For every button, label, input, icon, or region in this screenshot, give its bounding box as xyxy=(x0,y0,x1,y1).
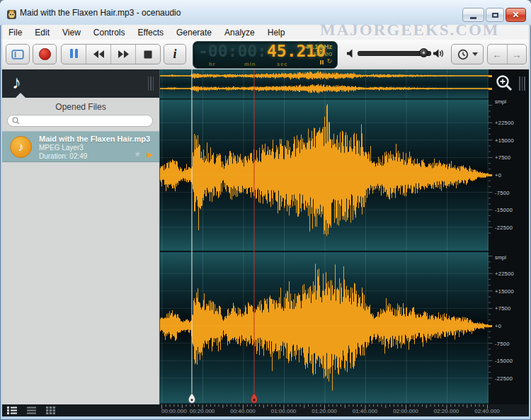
fast-forward-icon xyxy=(118,50,130,59)
nav-back-button[interactable]: ← xyxy=(488,45,507,64)
zero-line-nub xyxy=(489,174,492,176)
app-icon xyxy=(6,9,17,20)
close-icon: ✕ xyxy=(512,11,519,19)
stop-icon xyxy=(144,50,152,59)
file-duration: Duration: 02:49 xyxy=(39,152,87,160)
scale-label: +7500 xyxy=(495,154,511,161)
navigation-group: ← → xyxy=(487,44,527,64)
fast-forward-button[interactable] xyxy=(110,45,135,64)
channel-mode-label: stereo xyxy=(305,50,332,57)
waveform-canvas[interactable] xyxy=(160,69,489,404)
scale-label: +15000 xyxy=(495,288,514,294)
timeline-label: 02:40.000 xyxy=(474,408,500,414)
grid-view-icon[interactable] xyxy=(46,407,55,414)
zero-line-nub xyxy=(489,325,492,327)
menu-item-analyze[interactable]: Analyze xyxy=(218,26,261,39)
time-format-button[interactable] xyxy=(451,44,484,64)
scale-label: -15000 xyxy=(495,358,513,364)
volume-slider[interactable] xyxy=(358,51,431,56)
menu-item-help[interactable]: Help xyxy=(261,26,292,39)
menu-item-edit[interactable]: Edit xyxy=(28,26,56,39)
scale-label: -15000 xyxy=(495,207,513,213)
minimize-button[interactable] xyxy=(462,8,484,22)
timeline-label: 00:40.000 xyxy=(230,408,256,414)
scale-label: +22500 xyxy=(495,120,514,126)
volume-slider-knob[interactable] xyxy=(419,48,428,57)
search-input[interactable] xyxy=(7,115,153,127)
stop-button[interactable] xyxy=(135,45,160,64)
list-details-icon[interactable] xyxy=(7,407,17,414)
show-editor-button[interactable] xyxy=(6,44,30,64)
sidebar: ♪ Opened Files ♪ Maid with the Flaxen Ha… xyxy=(2,69,159,404)
title-bar[interactable]: Maid with the Flaxen Hair.mp3 - ocenaudi… xyxy=(0,0,531,25)
nav-forward-button[interactable]: → xyxy=(507,45,527,64)
unit-hr-label: hr xyxy=(209,61,216,67)
scale-label: +7500 xyxy=(495,305,511,312)
menu-item-controls[interactable]: Controls xyxy=(87,26,132,39)
waveform-editor[interactable] xyxy=(159,69,489,404)
music-note-icon[interactable]: ♪ xyxy=(12,72,21,93)
amplitude-unit-label: smpl xyxy=(495,98,506,105)
time-format-clock-icon xyxy=(457,49,469,60)
toolbar: i -00:00:45.210 hr min sec 44.1 kHz ster… xyxy=(2,40,529,70)
timeline-label: 00:00.000 xyxy=(161,408,187,414)
timeline-label: 02:00.000 xyxy=(393,408,418,414)
file-list-item[interactable]: ♪ Maid with the Flaxen Hair.mp3 MPEG Lay… xyxy=(2,131,159,162)
zero-line-nub xyxy=(489,75,492,77)
transport-group xyxy=(61,44,161,64)
menu-item-effects[interactable]: Effects xyxy=(132,26,170,39)
ocenaudio-window: Maid with the Flaxen Hair.mp3 - ocenaudi… xyxy=(0,0,531,420)
info-icon: i xyxy=(173,47,176,62)
pause-button[interactable] xyxy=(62,45,86,64)
amplitude-scale-column: smpl+22500+15000+7500+0-7500-15000-22500… xyxy=(489,69,529,404)
stream-info: 44.1 kHz stereo ↻ xyxy=(305,43,332,64)
minimize-icon xyxy=(470,17,476,19)
timeline-label: 02:20.000 xyxy=(434,408,459,414)
file-format: MPEG Layer3 xyxy=(39,144,84,152)
maximize-icon xyxy=(492,13,498,18)
zoom-in-icon[interactable] xyxy=(494,73,514,93)
volume-max-icon[interactable] xyxy=(433,48,445,59)
timeline-label: 01:40.000 xyxy=(353,408,378,414)
info-button[interactable]: i xyxy=(164,44,186,64)
menu-item-view[interactable]: View xyxy=(56,26,87,39)
list-compact-icon[interactable] xyxy=(27,407,36,414)
rewind-button[interactable] xyxy=(86,45,110,64)
maximize-button[interactable] xyxy=(486,8,504,22)
amplitude-unit-label: smpl xyxy=(495,254,506,261)
scale-label: +15000 xyxy=(495,137,514,143)
active-tab-indicator xyxy=(16,93,25,98)
record-button[interactable] xyxy=(33,44,57,64)
zero-line-nub xyxy=(489,88,492,90)
chevron-down-icon xyxy=(472,52,478,56)
scale-label: +22500 xyxy=(495,271,514,277)
time-display[interactable]: -00:00:45.210 hr min sec 44.1 kHz stereo… xyxy=(193,41,338,69)
file-type-badge: ♪ xyxy=(10,136,32,158)
play-icon[interactable]: ▶ xyxy=(147,150,153,159)
menu-item-generate[interactable]: Generate xyxy=(170,26,218,39)
menu-bar: FileEditViewControlsEffectsGenerateAnaly… xyxy=(2,25,529,40)
timeline-label: 01:00.000 xyxy=(271,408,297,414)
rewind-icon xyxy=(93,50,105,59)
sidebar-grip-handle[interactable] xyxy=(148,76,154,91)
pause-icon xyxy=(69,48,79,61)
time-dim-part: -00:00: xyxy=(198,42,267,60)
scale-label: +0 xyxy=(495,172,501,178)
nav-forward-icon: → xyxy=(512,49,522,60)
record-icon xyxy=(39,48,51,60)
star-icon[interactable]: ★ xyxy=(134,149,141,159)
menu-item-file[interactable]: File xyxy=(2,26,28,39)
volume-min-icon[interactable] xyxy=(346,49,355,58)
search-icon xyxy=(12,117,20,125)
file-name: Maid with the Flaxen Hair.mp3 xyxy=(39,135,150,143)
unit-min-label: min xyxy=(244,61,256,67)
scale-label: +0 xyxy=(495,323,501,329)
close-button[interactable]: ✕ xyxy=(506,8,526,22)
scale-label: -7500 xyxy=(495,189,510,195)
window-title: Maid with the Flaxen Hair.mp3 - ocenaudi… xyxy=(20,8,181,18)
opened-files-title: Opened Files xyxy=(2,102,159,112)
timeline-label: 01:20.000 xyxy=(312,408,337,414)
loop-indicator-icon: ↻ xyxy=(326,59,332,63)
scale-grip-handle[interactable] xyxy=(519,76,525,91)
show-editor-icon xyxy=(11,50,24,59)
